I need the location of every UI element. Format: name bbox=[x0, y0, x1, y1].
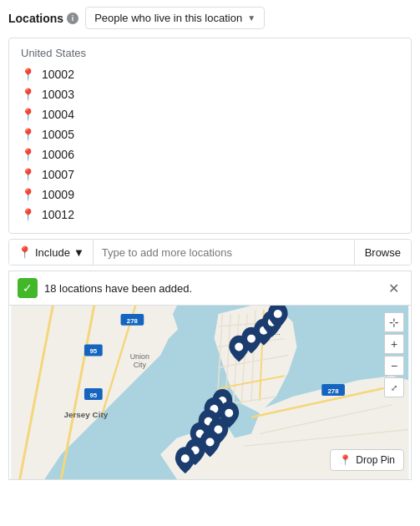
drop-pin-label: Drop Pin bbox=[356, 454, 395, 466]
svg-text:278: 278 bbox=[127, 317, 139, 325]
svg-text:95: 95 bbox=[89, 392, 97, 399]
svg-text:278: 278 bbox=[327, 387, 339, 395]
zip-code: 10009 bbox=[42, 188, 74, 201]
map-controls: ⊹ + − ⤢ bbox=[384, 312, 404, 397]
location-item: 📍10006 bbox=[21, 144, 399, 164]
map-container: 95 95 278 278 Union City Jersey City Man… bbox=[8, 305, 412, 480]
location-pin-icon: 📍 bbox=[21, 208, 35, 221]
zip-code: 10003 bbox=[42, 88, 74, 101]
location-item: 📍10002 bbox=[21, 64, 399, 84]
location-item: 📍10003 bbox=[21, 84, 399, 104]
drop-pin-icon: 📍 bbox=[339, 454, 352, 466]
check-badge: ✓ bbox=[18, 278, 38, 298]
map-zoom-in-button[interactable]: + bbox=[384, 334, 404, 354]
header-row: Locations i People who live in this loca… bbox=[8, 7, 412, 29]
locations-text: Locations bbox=[8, 12, 63, 25]
location-pin-icon: 📍 bbox=[21, 188, 35, 201]
location-list-box: United States 📍10002📍10003📍10004📍10005📍1… bbox=[8, 38, 412, 234]
browse-button[interactable]: Browse bbox=[354, 240, 411, 265]
location-pin-icon: 📍 bbox=[21, 168, 35, 181]
notification-text: 18 locations have been added. bbox=[44, 282, 378, 295]
zip-code: 10007 bbox=[42, 168, 74, 181]
svg-text:✓: ✓ bbox=[183, 456, 188, 462]
main-container: Locations i People who live in this loca… bbox=[0, 0, 420, 487]
svg-text:95: 95 bbox=[89, 347, 97, 355]
location-item: 📍10005 bbox=[21, 124, 399, 144]
svg-text:✓: ✓ bbox=[208, 439, 213, 445]
svg-text:✓: ✓ bbox=[249, 336, 254, 342]
svg-text:✓: ✓ bbox=[276, 311, 281, 317]
zip-code: 10002 bbox=[42, 68, 74, 81]
notification-bar: ✓ 18 locations have been added. ✕ bbox=[8, 271, 412, 305]
include-label: Include bbox=[35, 246, 70, 259]
location-item: 📍10012 bbox=[21, 205, 399, 225]
pin-icon: 📍 bbox=[18, 245, 32, 259]
country-label: United States bbox=[21, 47, 399, 59]
location-pin-icon: 📍 bbox=[21, 148, 35, 161]
map-fullscreen-button[interactable]: ⤢ bbox=[384, 377, 404, 397]
dropdown-label: People who live in this location bbox=[94, 12, 242, 24]
include-chevron-icon: ▼ bbox=[73, 246, 84, 259]
location-item: 📍10009 bbox=[21, 185, 399, 205]
people-dropdown[interactable]: People who live in this location ▼ bbox=[85, 7, 265, 29]
drop-pin-button[interactable]: 📍 Drop Pin bbox=[330, 449, 404, 471]
svg-text:Jersey City: Jersey City bbox=[64, 410, 109, 419]
include-button[interactable]: 📍 Include ▼ bbox=[9, 240, 94, 265]
zip-code: 10012 bbox=[42, 208, 74, 221]
add-locations-input[interactable] bbox=[94, 240, 354, 265]
location-item: 📍10007 bbox=[21, 164, 399, 185]
map-navigate-icon[interactable]: ⊹ bbox=[384, 312, 404, 332]
svg-text:✓: ✓ bbox=[215, 427, 220, 433]
close-button[interactable]: ✕ bbox=[385, 281, 402, 296]
svg-text:✓: ✓ bbox=[236, 344, 241, 350]
info-icon[interactable]: i bbox=[67, 13, 78, 24]
location-pin-icon: 📍 bbox=[21, 128, 35, 141]
zip-code: 10004 bbox=[42, 108, 74, 121]
location-items: 📍10002📍10003📍10004📍10005📍10006📍10007📍100… bbox=[21, 64, 399, 225]
map-zoom-out-button[interactable]: − bbox=[384, 356, 404, 376]
locations-label: Locations i bbox=[8, 12, 78, 25]
chevron-down-icon: ▼ bbox=[247, 13, 256, 23]
svg-text:Union: Union bbox=[130, 352, 149, 361]
include-row: 📍 Include ▼ Browse bbox=[8, 239, 412, 266]
svg-text:City: City bbox=[134, 361, 147, 369]
location-pin-icon: 📍 bbox=[21, 108, 35, 121]
zip-code: 10005 bbox=[42, 128, 74, 141]
location-item: 📍10004 bbox=[21, 104, 399, 124]
location-pin-icon: 📍 bbox=[21, 68, 35, 81]
zip-code: 10006 bbox=[42, 148, 74, 161]
svg-text:✓: ✓ bbox=[226, 411, 231, 417]
location-pin-icon: 📍 bbox=[21, 88, 35, 101]
